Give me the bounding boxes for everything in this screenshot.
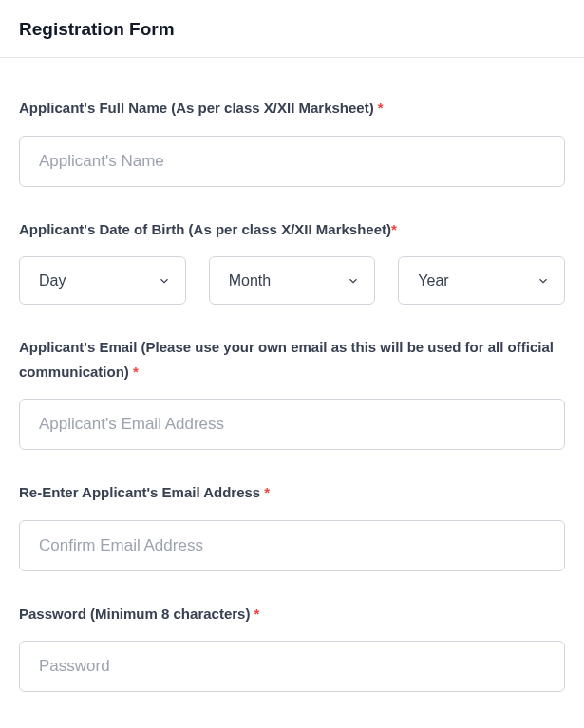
password-label: Password (Minimum 8 characters) * (19, 602, 565, 626)
required-marker: * (254, 606, 260, 622)
password-input[interactable] (19, 641, 565, 692)
password-group: Password (Minimum 8 characters) * (19, 602, 565, 693)
required-marker: * (391, 221, 397, 237)
email-group: Applicant's Email (Please use your own e… (19, 335, 565, 450)
full-name-label: Applicant's Full Name (As per class X/XI… (19, 96, 565, 121)
confirm-email-group: Re-Enter Applicant's Email Address * (19, 480, 565, 571)
dob-group: Applicant's Date of Birth (As per class … (19, 217, 565, 306)
confirm-email-label-text: Re-Enter Applicant's Email Address (19, 484, 264, 500)
month-select-wrapper: Month (209, 256, 376, 305)
day-select-wrapper: Day (19, 256, 186, 305)
confirm-email-label: Re-Enter Applicant's Email Address * (19, 480, 565, 505)
full-name-input[interactable] (19, 136, 565, 187)
required-marker: * (264, 484, 270, 500)
form-container: Applicant's Full Name (As per class X/XI… (0, 58, 584, 728)
page-title: Registration Form (19, 19, 565, 40)
email-label-text: Applicant's Email (Please use your own e… (19, 339, 554, 380)
required-marker: * (133, 364, 139, 380)
year-select-wrapper: Year (398, 256, 565, 305)
month-select[interactable]: Month (209, 256, 376, 305)
dob-row: Day Month Year (19, 256, 565, 305)
full-name-label-text: Applicant's Full Name (As per class X/XI… (19, 100, 378, 116)
required-marker: * (378, 100, 384, 116)
password-label-text: Password (Minimum 8 characters) (19, 606, 254, 622)
day-select[interactable]: Day (19, 256, 186, 305)
email-input[interactable] (19, 399, 565, 450)
full-name-group: Applicant's Full Name (As per class X/XI… (19, 96, 565, 187)
form-header: Registration Form (0, 0, 584, 58)
email-label: Applicant's Email (Please use your own e… (19, 335, 565, 383)
dob-label-text: Applicant's Date of Birth (As per class … (19, 221, 391, 237)
dob-label: Applicant's Date of Birth (As per class … (19, 217, 565, 242)
year-select[interactable]: Year (398, 256, 565, 305)
confirm-email-input[interactable] (19, 520, 565, 571)
